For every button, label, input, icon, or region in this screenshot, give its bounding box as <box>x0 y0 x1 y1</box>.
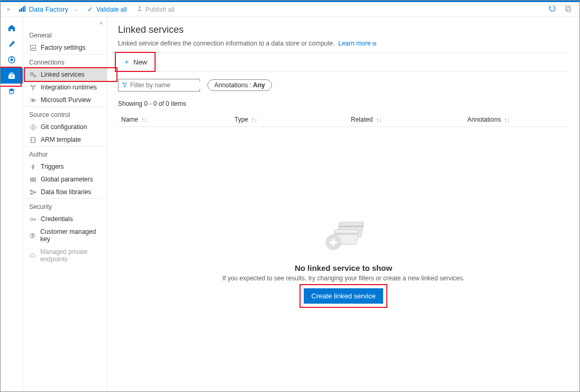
workspace-switcher[interactable]: Data Factory ⌄ <box>19 5 78 14</box>
sort-icon: ↑↓ <box>504 116 510 123</box>
purview-icon <box>29 97 37 104</box>
sidebar-item-purview[interactable]: Microsoft Purview <box>23 94 107 106</box>
create-linked-service-button[interactable]: Create linked service <box>304 288 383 304</box>
empty-state: No linked service to show If you expecte… <box>118 217 569 304</box>
page-description: Linked service defines the connection in… <box>118 40 569 47</box>
arm-template-icon <box>29 136 37 143</box>
filter-input[interactable] <box>130 81 210 89</box>
svg-rect-3 <box>566 6 569 11</box>
validate-all-button[interactable]: ✓· Validate all <box>87 6 127 13</box>
section-security: Security <box>23 198 107 213</box>
svg-rect-27 <box>34 192 35 193</box>
sidebar-item-mpe: Managed private endpoints <box>23 245 107 266</box>
svg-rect-0 <box>19 10 20 12</box>
sidebar-item-factory-settings[interactable]: Factory settings <box>23 41 107 54</box>
filter-input-wrap[interactable] <box>118 79 200 92</box>
external-link-icon: ⧉ <box>373 41 376 47</box>
factory-icon <box>19 5 26 14</box>
empty-subtitle: If you expected to see results, try chan… <box>222 275 465 282</box>
svg-point-12 <box>33 75 35 77</box>
section-source-control: Source control <box>23 106 107 121</box>
column-related[interactable]: Related↑↓ <box>351 116 467 123</box>
svg-rect-32 <box>339 225 364 227</box>
svg-point-28 <box>30 218 33 221</box>
feedback-icon[interactable] <box>560 5 576 14</box>
new-button[interactable]: ＋ New <box>118 55 152 69</box>
svg-rect-22 <box>30 180 32 181</box>
sidebar-item-triggers[interactable]: Triggers <box>23 160 107 173</box>
svg-point-11 <box>30 72 33 74</box>
svg-rect-23 <box>33 178 35 179</box>
svg-rect-2 <box>22 7 24 12</box>
sidebar-item-cmk[interactable]: Customer managed key <box>23 225 107 245</box>
checkmark-icon: ✓· <box>87 6 94 13</box>
column-annotations[interactable]: Annotations↑↓ <box>467 116 569 123</box>
column-name[interactable]: Name↑↓ <box>118 116 234 123</box>
dataflow-icon <box>29 189 37 196</box>
sidebar-item-dataflow[interactable]: Data flow libraries <box>23 186 107 198</box>
action-row: ＋ New <box>118 52 569 71</box>
rail-learn-icon[interactable] <box>1 84 23 99</box>
rail-manage-icon[interactable] <box>1 68 23 84</box>
results-count: Showing 0 - 0 of 0 items <box>118 100 569 107</box>
svg-point-17 <box>32 99 33 101</box>
svg-rect-1 <box>21 8 22 12</box>
empty-title: No linked service to show <box>295 263 392 272</box>
svg-rect-9 <box>11 76 12 77</box>
svg-point-18 <box>32 126 33 127</box>
section-author: Author <box>23 146 107 160</box>
linked-services-icon <box>29 71 37 78</box>
sidebar-item-integration-runtimes[interactable]: Integration runtimes <box>23 81 107 94</box>
empty-illustration-icon <box>320 217 367 259</box>
sidebar-item-credentials[interactable]: Credentials <box>23 213 107 225</box>
svg-point-15 <box>32 88 33 89</box>
column-type[interactable]: Type↑↓ <box>234 116 351 123</box>
expand-chevron-icon[interactable]: » <box>4 6 13 12</box>
table-header: Name↑↓ Type↑↓ Related↑↓ Annotations↑↓ <box>118 113 569 127</box>
publish-all-button: Publish all <box>137 5 175 13</box>
git-icon <box>29 124 37 131</box>
key-icon <box>29 232 36 239</box>
collapse-panel-icon[interactable]: « <box>99 20 103 26</box>
svg-rect-8 <box>10 73 13 75</box>
integration-runtimes-icon <box>29 84 37 91</box>
sort-icon: ↑↓ <box>376 116 382 123</box>
side-panel: « General Factory settings Connections L… <box>23 17 107 391</box>
sort-icon: ↑↓ <box>251 116 257 123</box>
filter-icon <box>122 82 128 89</box>
credentials-icon <box>29 216 37 223</box>
svg-rect-4 <box>567 7 570 12</box>
annotations-filter[interactable]: Annotations : Any <box>207 79 272 91</box>
refresh-icon[interactable] <box>545 5 560 14</box>
sidebar-item-git[interactable]: Git configuration <box>23 121 107 133</box>
triggers-icon <box>29 163 37 170</box>
section-general: General <box>23 28 107 41</box>
svg-rect-26 <box>30 193 32 194</box>
rail-author-icon[interactable] <box>1 36 23 52</box>
cloud-icon <box>29 252 36 259</box>
rail-monitor-icon[interactable] <box>1 52 23 68</box>
factory-settings-icon <box>29 44 37 51</box>
svg-point-19 <box>32 127 33 129</box>
sort-icon: ↑↓ <box>141 116 147 123</box>
sidebar-item-linked-services[interactable]: Linked services <box>23 68 107 81</box>
upload-icon <box>137 5 143 13</box>
svg-rect-21 <box>30 178 32 179</box>
left-rail <box>1 17 23 391</box>
svg-point-30 <box>32 234 33 235</box>
sidebar-item-arm[interactable]: ARM template <box>23 133 107 146</box>
learn-more-link[interactable]: Learn more⧉ <box>338 40 376 47</box>
workspace-name: Data Factory <box>29 5 68 13</box>
globals-icon <box>29 176 37 183</box>
main-content: Linked services Linked service defines t… <box>107 17 579 391</box>
page-title: Linked services <box>118 24 569 35</box>
rail-home-icon[interactable] <box>1 20 23 36</box>
chevron-down-icon: ⌄ <box>74 7 78 12</box>
topbar: » Data Factory ⌄ ✓· Validate all Publish… <box>1 2 579 17</box>
svg-rect-24 <box>33 180 35 181</box>
plus-icon: ＋ <box>123 57 130 67</box>
section-connections: Connections <box>23 54 107 68</box>
sidebar-item-globals[interactable]: Global parameters <box>23 173 107 186</box>
svg-rect-25 <box>30 190 32 191</box>
svg-rect-34 <box>334 233 359 235</box>
